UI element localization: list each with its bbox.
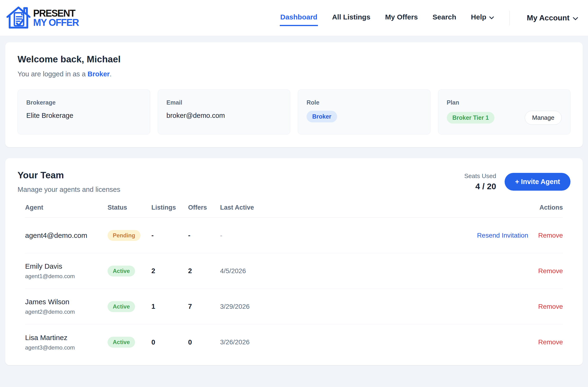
- listings-count: -: [151, 231, 188, 239]
- agent-email: agent1@demo.com: [25, 273, 107, 280]
- chevron-down-icon: [573, 14, 578, 22]
- my-account-label: My Account: [527, 14, 569, 22]
- team-table: Agent Status Listings Offers Last Active…: [25, 204, 563, 360]
- agent-name: Lisa Martinez: [25, 334, 107, 342]
- welcome-subtitle-prefix: You are logged in as a: [18, 70, 88, 78]
- col-header-actions: Actions: [449, 204, 563, 211]
- agent-name: James Wilson: [25, 298, 107, 306]
- nav-item-dashboard-label: Dashboard: [280, 13, 317, 21]
- info-card-role: Role Broker: [298, 90, 430, 135]
- info-card-email: Email broker@demo.com: [158, 90, 291, 135]
- plan-label: Plan: [447, 99, 562, 106]
- listings-count: 2: [151, 267, 188, 275]
- last-active-date: 4/5/2026: [220, 267, 449, 275]
- nav-item-my-offers[interactable]: My Offers: [384, 10, 418, 26]
- brand-wordmark-bottom: MY OFFER: [33, 18, 79, 27]
- table-row-agent4: agent4@demo.com Pending - - - Resend Inv…: [25, 218, 563, 253]
- status-badge-pending: Pending: [107, 230, 141, 241]
- brokerage-label: Brokerage: [26, 99, 141, 106]
- manage-plan-button[interactable]: Manage: [525, 111, 562, 125]
- main-content: Welcome back, Michael You are logged in …: [0, 36, 588, 371]
- email-label: Email: [167, 99, 282, 106]
- main-nav: Dashboard All Listings My Offers Search …: [280, 10, 578, 26]
- team-subtitle: Manage your agents and licenses: [18, 186, 120, 193]
- offers-count: 7: [188, 303, 220, 310]
- nav-item-all-listings[interactable]: All Listings: [332, 10, 371, 26]
- table-row-lisa-martinez: Lisa Martinez agent3@demo.com Active 0 0…: [25, 324, 563, 360]
- role-label: Role: [307, 99, 422, 106]
- info-card-brokerage: Brokerage Elite Brokerage: [18, 90, 150, 135]
- invite-agent-button[interactable]: + Invite Agent: [504, 173, 570, 191]
- agent-name: Emily Davis: [25, 262, 107, 270]
- agent-email: agent2@demo.com: [25, 309, 107, 315]
- info-card-plan: Plan Broker Tier 1 Manage: [438, 90, 571, 135]
- seats-used-label: Seats Used: [464, 172, 496, 180]
- house-document-logo-icon: [6, 5, 31, 31]
- offers-count: -: [188, 231, 220, 239]
- welcome-subtitle-role: Broker: [88, 70, 110, 78]
- remove-agent-link[interactable]: Remove: [538, 267, 563, 275]
- nav-item-all-listings-label: All Listings: [332, 13, 371, 21]
- my-account-menu[interactable]: My Account: [525, 14, 578, 22]
- remove-agent-link[interactable]: Remove: [538, 338, 563, 346]
- status-badge-active: Active: [107, 337, 135, 348]
- col-header-listings: Listings: [151, 204, 188, 211]
- listings-count: 1: [151, 303, 188, 310]
- chevron-down-icon: [489, 13, 494, 21]
- seats-used-value: 4 / 20: [464, 182, 496, 191]
- nav-item-dashboard[interactable]: Dashboard: [280, 10, 318, 26]
- status-badge-active: Active: [107, 266, 135, 276]
- nav-item-search[interactable]: Search: [432, 10, 457, 26]
- team-card: Your Team Manage your agents and license…: [5, 158, 583, 365]
- brokerage-value: Elite Brokerage: [26, 112, 141, 119]
- agent-name: agent4@demo.com: [25, 231, 107, 240]
- role-badge: Broker: [307, 111, 337, 122]
- email-value: broker@demo.com: [167, 112, 282, 119]
- col-header-agent: Agent: [25, 204, 107, 211]
- remove-agent-link[interactable]: Remove: [538, 303, 563, 310]
- app-header: PRESENT MY OFFER Dashboard All Listings …: [0, 0, 588, 36]
- offers-count: 0: [188, 338, 220, 346]
- table-row-james-wilson: James Wilson agent2@demo.com Active 1 7 …: [25, 289, 563, 324]
- nav-item-search-label: Search: [433, 13, 456, 21]
- col-header-status: Status: [107, 204, 151, 211]
- col-header-last-active: Last Active: [220, 204, 449, 211]
- table-row-emily-davis: Emily Davis agent1@demo.com Active 2 2 4…: [25, 253, 563, 289]
- nav-item-help[interactable]: Help: [470, 10, 494, 26]
- brand-wordmark: PRESENT MY OFFER: [33, 9, 79, 27]
- brand-logo[interactable]: PRESENT MY OFFER: [6, 5, 81, 31]
- seats-used: Seats Used 4 / 20: [464, 172, 496, 191]
- nav-item-help-label: Help: [471, 13, 486, 21]
- team-table-header: Agent Status Listings Offers Last Active…: [25, 204, 563, 218]
- plan-badge: Broker Tier 1: [447, 112, 495, 124]
- welcome-card: Welcome back, Michael You are logged in …: [5, 42, 583, 147]
- last-active-date: -: [220, 232, 449, 239]
- team-title: Your Team: [18, 170, 120, 181]
- last-active-date: 3/29/2026: [220, 303, 449, 310]
- remove-agent-link[interactable]: Remove: [538, 232, 563, 239]
- nav-item-my-offers-label: My Offers: [385, 13, 418, 21]
- last-active-date: 3/26/2026: [220, 338, 449, 346]
- col-header-offers: Offers: [188, 204, 220, 211]
- welcome-subtitle: You are logged in as a Broker.: [18, 70, 570, 78]
- account-info-grid: Brokerage Elite Brokerage Email broker@d…: [18, 90, 570, 135]
- brand-wordmark-top: PRESENT: [33, 9, 79, 18]
- welcome-subtitle-suffix: .: [110, 70, 112, 78]
- welcome-title: Welcome back, Michael: [18, 54, 570, 65]
- team-header: Your Team Manage your agents and license…: [18, 170, 570, 193]
- listings-count: 0: [151, 338, 188, 346]
- nav-divider: [510, 11, 510, 25]
- resend-invitation-link[interactable]: Resend Invitation: [477, 232, 528, 239]
- agent-email: agent3@demo.com: [25, 344, 107, 351]
- offers-count: 2: [188, 267, 220, 275]
- status-badge-active: Active: [107, 301, 135, 312]
